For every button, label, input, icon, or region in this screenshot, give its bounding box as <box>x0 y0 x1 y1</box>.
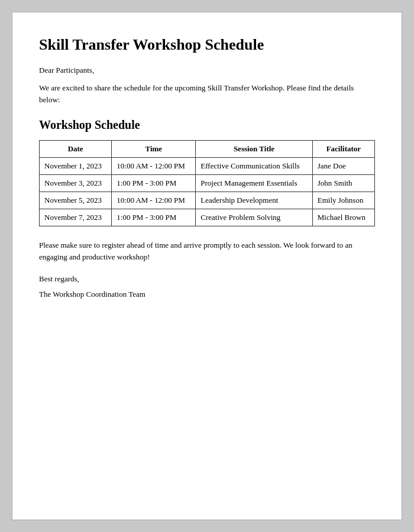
schedule-table: Date Time Session Title Facilitator Nove… <box>39 140 375 226</box>
intro-text: We are excited to share the schedule for… <box>39 82 375 105</box>
table-row: November 7, 20231:00 PM - 3:00 PMCreativ… <box>40 209 375 226</box>
cell-session: Project Management Essentials <box>196 175 312 192</box>
cell-session: Effective Communication Skills <box>196 158 312 175</box>
cell-time: 10:00 AM - 12:00 PM <box>112 192 196 209</box>
col-header-time: Time <box>112 141 196 158</box>
col-header-date: Date <box>40 141 112 158</box>
cell-facilitator: Jane Doe <box>312 158 374 175</box>
cell-session: Creative Problem Solving <box>196 209 312 226</box>
footer-note: Please make sure to register ahead of ti… <box>39 239 375 262</box>
section-title: Workshop Schedule <box>39 118 375 132</box>
table-row: November 5, 202310:00 AM - 12:00 PMLeade… <box>40 192 375 209</box>
col-header-facilitator: Facilitator <box>312 141 374 158</box>
page-title: Skill Transfer Workshop Schedule <box>39 36 375 54</box>
cell-session: Leadership Development <box>196 192 312 209</box>
cell-time: 10:00 AM - 12:00 PM <box>112 158 196 175</box>
col-header-session: Session Title <box>196 141 312 158</box>
table-row: November 1, 202310:00 AM - 12:00 PMEffec… <box>40 158 375 175</box>
cell-time: 1:00 PM - 3:00 PM <box>112 175 196 192</box>
cell-time: 1:00 PM - 3:00 PM <box>112 209 196 226</box>
cell-date: November 5, 2023 <box>40 192 112 209</box>
cell-facilitator: Emily Johnson <box>312 192 374 209</box>
greeting-text: Dear Participants, <box>39 66 375 75</box>
cell-date: November 3, 2023 <box>40 175 112 192</box>
table-header-row: Date Time Session Title Facilitator <box>40 141 375 158</box>
table-row: November 3, 20231:00 PM - 3:00 PMProject… <box>40 175 375 192</box>
cell-facilitator: Michael Brown <box>312 209 374 226</box>
closing-text: Best regards, <box>39 274 375 284</box>
cell-date: November 1, 2023 <box>40 158 112 175</box>
cell-date: November 7, 2023 <box>40 209 112 226</box>
signature-text: The Workshop Coordination Team <box>39 290 375 299</box>
cell-facilitator: John Smith <box>312 175 374 192</box>
page-container: Skill Transfer Workshop Schedule Dear Pa… <box>12 12 402 520</box>
